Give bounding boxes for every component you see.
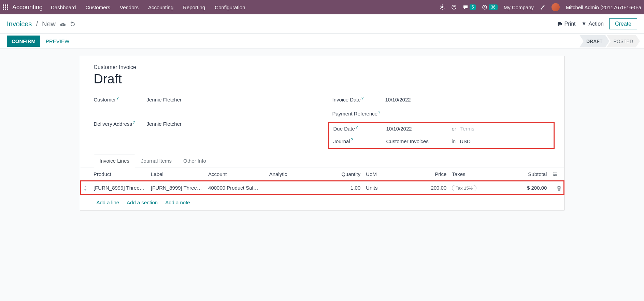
invoice-lines-table: Product Label Account Analytic Quantity … — [80, 167, 564, 210]
cell-analytic[interactable] — [267, 181, 328, 195]
nav-vendors[interactable]: Vendors — [120, 4, 139, 10]
help-icon[interactable]: ? — [351, 138, 353, 142]
help-icon[interactable]: ? — [117, 96, 119, 100]
action-button[interactable]: Action — [581, 21, 604, 27]
cell-quantity[interactable]: 1.00 — [327, 181, 363, 195]
breadcrumb-current: New — [42, 20, 56, 28]
in-text: in — [452, 138, 456, 144]
nav-menu: Dashboard Customers Vendors Accounting R… — [51, 4, 245, 10]
tab-journal-items[interactable]: Journal Items — [135, 154, 177, 167]
due-date-value[interactable]: 10/10/2022 — [386, 126, 448, 132]
table-footer-links: Add a line Add a section Add a note — [80, 195, 564, 210]
nav-accounting[interactable]: Accounting — [148, 4, 173, 10]
tabs: Invoice Lines Journal Items Other Info — [80, 154, 564, 167]
company-switcher[interactable]: My Company — [504, 4, 534, 10]
svg-point-6 — [554, 175, 555, 176]
currency-value[interactable]: USD — [460, 138, 471, 144]
topbar: Accounting Dashboard Customers Vendors A… — [0, 0, 644, 14]
cell-price[interactable]: 200.00 — [406, 181, 449, 195]
cell-taxes[interactable]: Tax 15% — [449, 181, 503, 195]
tab-other-info[interactable]: Other Info — [177, 154, 212, 167]
journal-label: Journal? — [333, 138, 386, 144]
app-name[interactable]: Accounting — [12, 4, 43, 11]
cell-uom[interactable]: Units — [363, 181, 406, 195]
create-button[interactable]: Create — [609, 18, 637, 29]
action-label: Action — [589, 21, 604, 27]
form-columns: Customer? Jennie Fletcher Delivery Addre… — [94, 96, 550, 147]
print-label: Print — [564, 21, 576, 27]
terms-input[interactable]: Terms — [460, 126, 474, 132]
column-settings-icon[interactable] — [549, 167, 564, 181]
delivery-label: Delivery Address? — [94, 120, 147, 127]
add-line-link[interactable]: Add a line — [97, 200, 119, 205]
cell-label[interactable]: [FURN_8999] Three… — [148, 181, 205, 195]
th-taxes[interactable]: Taxes — [449, 167, 503, 181]
svg-point-0 — [441, 6, 443, 8]
help-icon[interactable]: ? — [361, 96, 363, 100]
bug-icon[interactable] — [440, 4, 445, 10]
th-subtotal[interactable]: Subtotal — [503, 167, 550, 181]
nav-dashboard[interactable]: Dashboard — [51, 4, 76, 10]
print-button[interactable]: Print — [557, 21, 576, 27]
user-name[interactable]: Mitchell Admin (20117670-16-0-a — [566, 4, 641, 10]
svg-point-1 — [452, 5, 456, 9]
invoice-date-value[interactable]: 10/10/2022 — [385, 97, 411, 102]
messages-badge: 5 — [470, 4, 476, 10]
cloud-save-icon[interactable] — [60, 21, 66, 27]
th-quantity[interactable]: Quantity — [327, 167, 363, 181]
breadcrumb-bar: Invoices / New Print Action Create — [0, 14, 644, 34]
breadcrumb-separator: / — [36, 20, 38, 28]
breadcrumb-parent[interactable]: Invoices — [7, 20, 32, 28]
tools-icon[interactable] — [540, 4, 545, 10]
th-price[interactable]: Price — [406, 167, 449, 181]
nav-reporting[interactable]: Reporting — [183, 4, 205, 10]
preview-button[interactable]: PREVIEW — [46, 38, 69, 44]
status-steps: DRAFT POSTED — [579, 35, 637, 47]
th-product[interactable]: Product — [91, 167, 148, 181]
avatar[interactable] — [552, 3, 560, 11]
nav-customers[interactable]: Customers — [85, 4, 110, 10]
help-icon[interactable]: ? — [356, 125, 358, 129]
confirm-button[interactable]: CONFIRM — [7, 36, 40, 47]
support-icon[interactable] — [451, 4, 457, 10]
invoice-date-label: Invoice Date? — [332, 96, 385, 102]
nav-configuration[interactable]: Configuration — [215, 4, 245, 10]
svg-rect-3 — [559, 25, 561, 26]
add-note-link[interactable]: Add a note — [165, 200, 190, 205]
discard-icon[interactable] — [70, 21, 75, 27]
customer-label: Customer? — [94, 96, 147, 102]
highlight-box: Due Date? 10/10/2022 or Terms Journal? C… — [328, 122, 555, 149]
status-bar: CONFIRM PREVIEW DRAFT POSTED — [0, 34, 644, 49]
invoice-type: Customer Invoice — [94, 64, 550, 70]
content-wrap: Customer Invoice Draft Customer? Jennie … — [0, 49, 644, 217]
table-row[interactable]: [FURN_8999] Three… [FURN_8999] Three… 40… — [80, 181, 564, 195]
activities-icon[interactable]: 36 — [482, 4, 497, 10]
th-account[interactable]: Account — [205, 167, 267, 181]
help-icon[interactable]: ? — [133, 120, 135, 124]
status-draft[interactable]: DRAFT — [579, 35, 609, 47]
or-text: or — [452, 126, 456, 132]
apps-icon[interactable] — [3, 4, 8, 10]
payment-ref-label: Payment Reference? — [332, 110, 385, 117]
customer-value[interactable]: Jennie Fletcher — [147, 97, 182, 102]
delivery-value[interactable]: Jennie Fletcher — [147, 121, 182, 127]
activities-badge: 36 — [489, 4, 497, 10]
topbar-right: 5 36 My Company Mitchell Admin (20117670… — [440, 3, 641, 11]
journal-value[interactable]: Customer Invoices — [386, 138, 448, 144]
tax-pill[interactable]: Tax 15% — [452, 185, 476, 191]
drag-handle-icon[interactable] — [80, 181, 91, 195]
cell-account[interactable]: 400000 Product Sal… — [205, 181, 267, 195]
status-posted[interactable]: POSTED — [606, 35, 640, 47]
form-col-left: Customer? Jennie Fletcher Delivery Addre… — [94, 96, 312, 147]
form-col-right: Invoice Date? 10/10/2022 Payment Referen… — [332, 96, 550, 147]
cell-subtotal: $ 200.00 — [503, 181, 550, 195]
messages-icon[interactable]: 5 — [463, 4, 476, 10]
th-label[interactable]: Label — [148, 167, 205, 181]
add-section-link[interactable]: Add a section — [127, 200, 158, 205]
tab-invoice-lines[interactable]: Invoice Lines — [94, 154, 135, 167]
help-icon[interactable]: ? — [378, 110, 380, 114]
th-analytic[interactable]: Analytic — [267, 167, 328, 181]
delete-row-icon[interactable] — [549, 181, 564, 195]
th-uom[interactable]: UoM — [363, 167, 406, 181]
cell-product[interactable]: [FURN_8999] Three… — [91, 181, 148, 195]
